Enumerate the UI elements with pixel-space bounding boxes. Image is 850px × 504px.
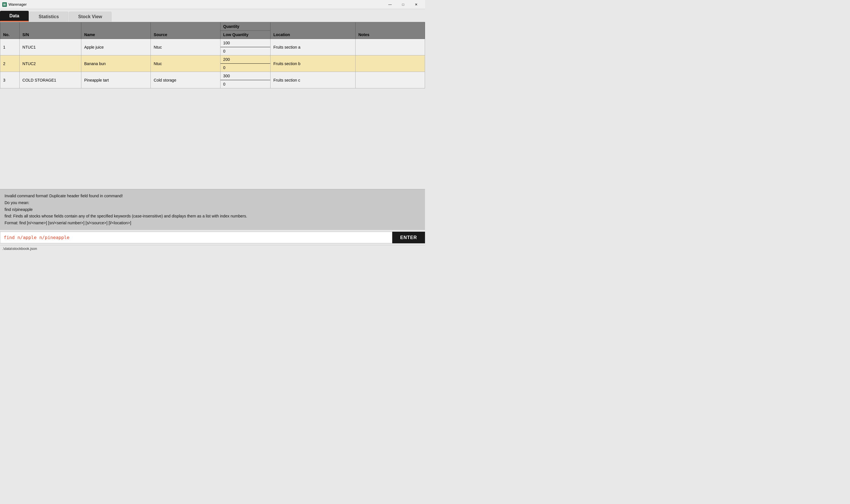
main-content: Data Statistics Stock View No. S/N Name: [0, 9, 425, 252]
cell-source: Ntuc: [151, 55, 220, 72]
tab-data[interactable]: Data: [0, 11, 29, 22]
message-line-4: find: Finds all stocks whose fields cont…: [4, 213, 420, 220]
app-title: Warenager: [8, 2, 27, 6]
app-icon: W: [2, 2, 7, 7]
footer-path: .\data\stockbook.json: [0, 245, 425, 252]
command-input[interactable]: [0, 232, 392, 243]
cell-notes: [355, 55, 425, 72]
col-low-quantity: Low Quantity: [220, 31, 270, 39]
command-row: ENTER: [0, 230, 425, 245]
cell-notes: [355, 72, 425, 88]
col-source: Source: [151, 22, 220, 39]
cell-sn: NTUC1: [19, 39, 81, 55]
cell-quantity: 200 0: [220, 55, 270, 72]
titlebar-left: W Warenager: [2, 2, 27, 7]
cell-source: Cold storage: [151, 72, 220, 88]
message-line-2: Do you mean:: [4, 200, 420, 206]
cell-no: 1: [0, 39, 20, 55]
message-area: Invalid command format! Duplicate header…: [0, 189, 425, 230]
cell-sn: NTUC2: [19, 55, 81, 72]
minimize-button[interactable]: —: [383, 0, 397, 9]
table-row: 3 COLD STORAGE1 Pineapple tart Cold stor…: [0, 72, 425, 88]
maximize-button[interactable]: □: [397, 0, 410, 9]
col-quantity: Quantity: [220, 22, 270, 31]
cell-location: Fruits section a: [271, 39, 355, 55]
cell-location: Fruits section c: [271, 72, 355, 88]
cell-no: 3: [0, 72, 20, 88]
cell-sn: COLD STORAGE1: [19, 72, 81, 88]
table-row: 2 NTUC2 Banana bun Ntuc 200 0 Fruits sec…: [0, 55, 425, 72]
tab-stock-view[interactable]: Stock View: [69, 12, 111, 22]
cell-quantity: 100 0: [220, 39, 270, 55]
message-line-5: Format: find [n/<name>] [sn/<serial numb…: [4, 220, 420, 227]
message-line-1: Invalid command format! Duplicate header…: [4, 193, 420, 200]
data-table: No. S/N Name Source Quantity L: [0, 22, 425, 88]
cell-name: Apple juice: [81, 39, 151, 55]
table-header-row: No. S/N Name Source Quantity L: [0, 22, 425, 31]
table-area: No. S/N Name Source Quantity L: [0, 22, 425, 189]
col-location: Location: [271, 22, 355, 39]
cell-quantity: 300 0: [220, 72, 270, 88]
cell-no: 2: [0, 55, 20, 72]
cell-notes: [355, 39, 425, 55]
col-notes: Notes: [355, 22, 425, 39]
tab-statistics[interactable]: Statistics: [29, 12, 68, 22]
cell-source: Ntuc: [151, 39, 220, 55]
col-sn: S/N: [19, 22, 81, 39]
enter-button[interactable]: ENTER: [392, 232, 425, 243]
col-name: Name: [81, 22, 151, 39]
col-no: No.: [0, 22, 20, 39]
cell-name: Pineapple tart: [81, 72, 151, 88]
table-row: 1 NTUC1 Apple juice Ntuc 100 0 Fruits se…: [0, 39, 425, 55]
tabs-bar: Data Statistics Stock View: [0, 9, 425, 22]
svg-text:W: W: [3, 3, 6, 6]
titlebar: W Warenager — □ ✕: [0, 0, 425, 9]
titlebar-controls: — □ ✕: [383, 0, 423, 9]
cell-location: Fruits section b: [271, 55, 355, 72]
close-button[interactable]: ✕: [410, 0, 423, 9]
message-line-3: find n/pineapple: [4, 206, 420, 213]
cell-name: Banana bun: [81, 55, 151, 72]
